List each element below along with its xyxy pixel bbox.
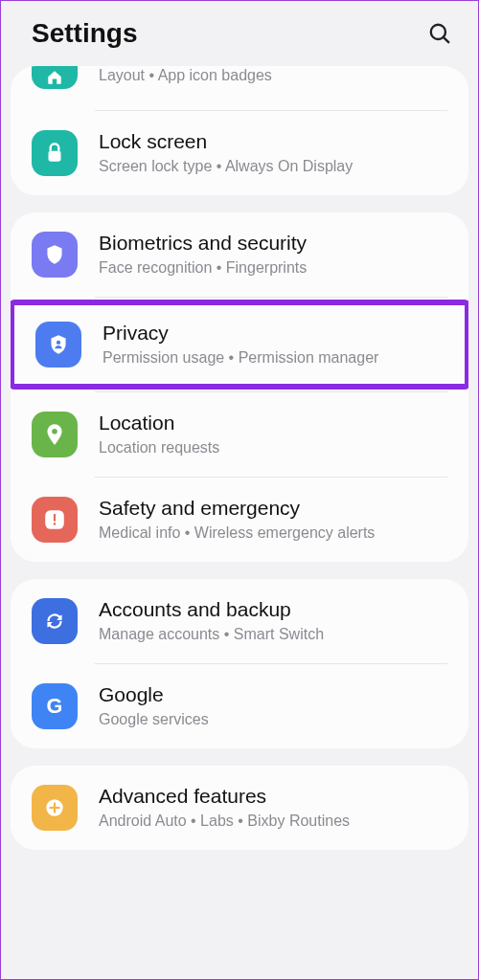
item-text: Biometrics and securityFace recognition … [99, 231, 307, 278]
item-subtitle: Android Auto • Labs • Bixby Routines [99, 812, 350, 832]
svg-rect-7 [54, 523, 56, 524]
svg-point-3 [57, 341, 60, 345]
item-title: Advanced features [99, 784, 350, 808]
settings-item-safety[interactable]: Safety and emergencyMedical info • Wirel… [11, 478, 468, 562]
item-text: Lock screenScreen lock type • Always On … [99, 129, 353, 177]
settings-header: Settings [1, 1, 478, 66]
settings-item-location[interactable]: LocationLocation requests [11, 392, 468, 477]
warn-icon [32, 497, 78, 543]
item-title: Privacy [103, 321, 378, 345]
item-title: Location [99, 411, 219, 434]
item-subtitle: Manage accounts • Smart Switch [99, 625, 324, 645]
item-subtitle: Location requests [99, 438, 219, 458]
svg-rect-6 [54, 514, 56, 522]
svg-text:G: G [47, 694, 63, 718]
settings-item-accounts[interactable]: Accounts and backupManage accounts • Sma… [11, 579, 468, 663]
item-text: PrivacyPermission usage • Permission man… [103, 321, 378, 368]
svg-point-4 [52, 429, 57, 434]
svg-line-1 [444, 37, 448, 42]
privacy-icon [35, 322, 81, 368]
item-text: GoogleGoogle services [99, 682, 209, 730]
item-title: Safety and emergency [99, 496, 375, 520]
settings-item-google[interactable]: GGoogleGoogle services [11, 664, 468, 748]
settings-item-home-screen[interactable]: Layout • App icon badges [11, 66, 468, 110]
search-button[interactable] [426, 20, 453, 47]
item-text: Accounts and backupManage accounts • Sma… [99, 597, 324, 645]
settings-group: Advanced featuresAndroid Auto • Labs • B… [11, 766, 468, 850]
home-icon [32, 66, 78, 89]
search-icon [427, 21, 452, 46]
item-text: Advanced featuresAndroid Auto • Labs • B… [99, 784, 350, 832]
item-subtitle: Layout • App icon badges [99, 66, 272, 86]
settings-group: Accounts and backupManage accounts • Sma… [11, 579, 468, 748]
settings-item-advanced[interactable]: Advanced featuresAndroid Auto • Labs • B… [11, 766, 468, 850]
sync-icon [32, 598, 78, 644]
item-subtitle: Permission usage • Permission manager [103, 348, 378, 368]
settings-group: Layout • App icon badgesLock screenScree… [11, 66, 468, 195]
item-subtitle: Screen lock type • Always On Display [99, 157, 353, 177]
item-subtitle: Google services [99, 710, 209, 730]
item-text: Layout • App icon badges [99, 66, 272, 86]
google-icon: G [32, 683, 78, 729]
shield-icon [32, 232, 78, 278]
svg-rect-11 [50, 807, 60, 809]
settings-item-privacy[interactable]: PrivacyPermission usage • Permission man… [11, 300, 468, 390]
item-title: Lock screen [99, 129, 353, 153]
item-title: Google [99, 682, 209, 706]
item-title: Accounts and backup [99, 597, 324, 621]
page-title: Settings [32, 18, 137, 49]
item-title: Biometrics and security [99, 231, 307, 255]
item-text: Safety and emergencyMedical info • Wirel… [99, 496, 375, 544]
divider [95, 297, 447, 298]
plus-icon [32, 785, 78, 831]
settings-item-lock-screen[interactable]: Lock screenScreen lock type • Always On … [11, 111, 468, 195]
lock-icon [32, 130, 78, 176]
svg-rect-2 [49, 151, 61, 162]
item-subtitle: Face recognition • Fingerprints [99, 258, 307, 278]
settings-item-biometrics[interactable]: Biometrics and securityFace recognition … [11, 212, 468, 297]
item-subtitle: Medical info • Wireless emergency alerts [99, 523, 375, 544]
settings-list: Layout • App icon badgesLock screenScree… [1, 66, 478, 850]
pin-icon [32, 412, 78, 457]
settings-group: Biometrics and securityFace recognition … [11, 212, 468, 562]
item-text: LocationLocation requests [99, 411, 219, 458]
